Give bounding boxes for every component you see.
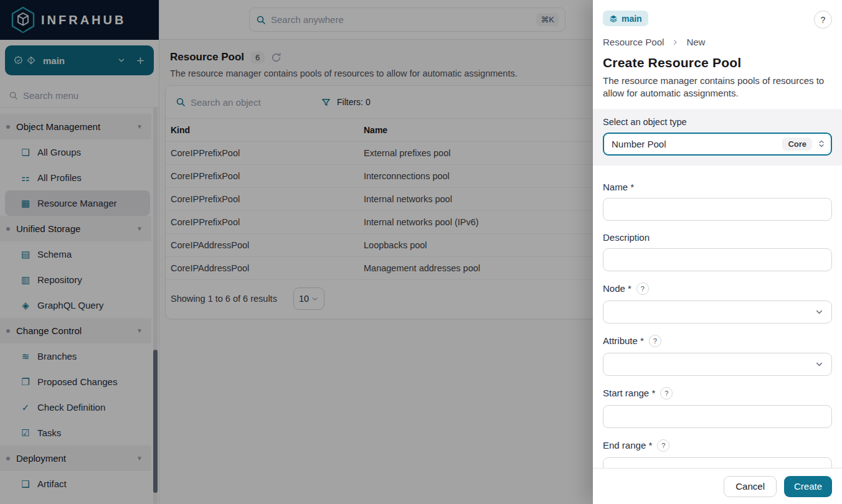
branch-badge: main	[603, 11, 648, 26]
field-description: Description	[603, 232, 832, 271]
field-name: Name *	[603, 182, 832, 221]
field-label: Description	[603, 232, 650, 243]
start-range-input[interactable]	[603, 405, 832, 428]
breadcrumb: Resource Pool New	[603, 37, 832, 47]
field-label: Attribute *	[603, 335, 644, 346]
chevron-right-icon	[671, 39, 679, 46]
modal-dim-overlay[interactable]	[0, 0, 593, 504]
field-help-icon[interactable]: ?	[657, 439, 669, 452]
field-label: End range *	[603, 440, 652, 450]
field-label: Node *	[603, 283, 632, 294]
object-type-value: Number Pool	[612, 139, 777, 149]
field-label: Name *	[603, 182, 634, 192]
field-attribute: Attribute *?	[603, 335, 832, 376]
field-help-icon[interactable]: ?	[660, 387, 673, 399]
object-type-label: Select an object type	[603, 117, 832, 127]
panel-footer: Cancel Create	[593, 468, 842, 504]
layers-icon	[609, 14, 618, 23]
chevron-down-icon	[815, 360, 824, 369]
field-help-icon[interactable]: ?	[636, 282, 649, 295]
create-resource-pool-panel: main ? Resource Pool New Create Resource…	[593, 0, 842, 504]
field-start-range: Start range *?	[603, 387, 832, 428]
cancel-button[interactable]: Cancel	[724, 476, 777, 497]
chevron-up-down-icon	[817, 139, 826, 148]
branch-badge-label: main	[622, 14, 642, 24]
object-type-select[interactable]: Number Pool Core	[603, 133, 832, 156]
end-range-input[interactable]	[603, 457, 832, 469]
description-input[interactable]	[603, 248, 832, 271]
field-node: Node *?	[603, 282, 832, 324]
panel-description: The resource manager contains pools of r…	[603, 75, 832, 100]
object-type-section: Select an object type Number Pool Core	[593, 109, 842, 166]
name-input[interactable]	[603, 198, 832, 221]
create-form: Name *DescriptionNode *?Attribute *?Star…	[593, 166, 842, 469]
node-select[interactable]	[603, 301, 832, 324]
chevron-down-icon	[815, 307, 824, 317]
breadcrumb-new: New	[686, 37, 705, 47]
namespace-badge: Core	[782, 138, 812, 151]
panel-title: Create Resource Pool	[603, 55, 832, 70]
field-label: Start range *	[603, 388, 655, 398]
field-end-range: End range *?	[603, 439, 832, 469]
field-help-icon[interactable]: ?	[649, 335, 661, 347]
create-button[interactable]: Create	[784, 476, 832, 497]
panel-header: main ? Resource Pool New Create Resource…	[593, 0, 842, 109]
attribute-select[interactable]	[603, 353, 832, 376]
help-button[interactable]: ?	[814, 11, 832, 29]
breadcrumb-resource-pool[interactable]: Resource Pool	[603, 37, 664, 47]
app-root: INFRAHUB main ▤IP AddressesObject Manage…	[0, 0, 842, 504]
